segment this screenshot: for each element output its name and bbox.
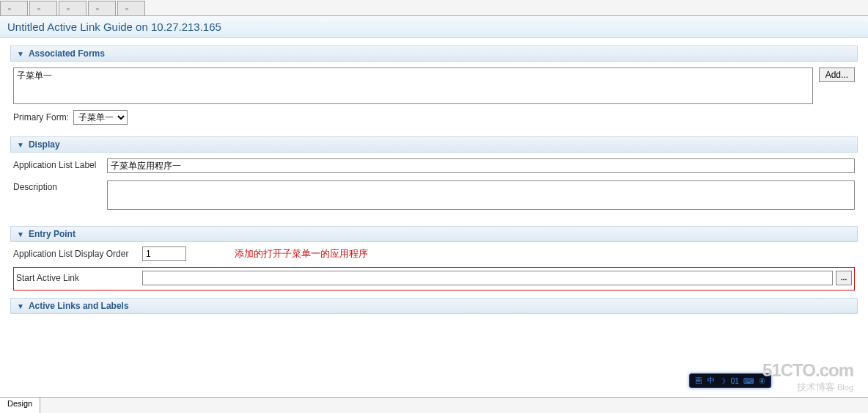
section-entry-point: ▼ Entry Point Application List Display O… xyxy=(10,226,858,295)
section-header-associated-forms[interactable]: ▼ Associated Forms xyxy=(10,45,858,62)
add-form-button[interactable]: Add... xyxy=(819,67,855,82)
tab-icon: ▫ xyxy=(8,4,17,13)
page-title: Untitled Active Link Guide on 10.27.213.… xyxy=(7,21,221,33)
bottom-tab-strip: Design xyxy=(0,397,868,413)
watermark-line2a: 技术博客 xyxy=(797,381,835,392)
section-header-entry-point[interactable]: ▼ Entry Point xyxy=(10,226,858,242)
tab-item[interactable]: ▫ xyxy=(29,1,57,15)
tab-design[interactable]: Design xyxy=(0,398,40,413)
primary-form-select[interactable]: 子菜单一 xyxy=(73,110,128,125)
watermark: 51CTO.com 技术博客 Blog xyxy=(762,360,853,394)
primary-form-label: Primary Form: xyxy=(13,112,69,123)
caret-down-icon: ▼ xyxy=(17,230,24,238)
tab-item[interactable]: ▫ xyxy=(88,1,116,15)
watermark-line1: 51CTO.com xyxy=(762,360,853,381)
tab-icon: ▫ xyxy=(67,4,76,13)
display-order-label: Application List Display Order xyxy=(13,249,138,259)
ime-icon[interactable]: 画 xyxy=(695,376,702,386)
app-list-label-label: Application List Label xyxy=(13,158,103,170)
display-order-input[interactable] xyxy=(142,246,186,261)
section-title: Associated Forms xyxy=(29,48,105,59)
browse-button[interactable]: ... xyxy=(836,271,852,285)
start-active-link-label: Start Active Link xyxy=(16,273,138,283)
section-associated-forms: ▼ Associated Forms 子菜单一 Add... Primary F… xyxy=(10,45,858,134)
watermark-line2b: Blog xyxy=(837,383,853,392)
section-title: Entry Point xyxy=(29,229,76,239)
ime-icon[interactable]: ④ xyxy=(759,377,765,385)
moon-icon[interactable]: ☽ xyxy=(719,377,726,385)
section-display: ▼ Display Application List Label Descrip… xyxy=(10,136,858,223)
section-active-links-labels: ▼ Active Links and Labels xyxy=(10,298,858,314)
content-area: ▼ Associated Forms 子菜单一 Add... Primary F… xyxy=(0,38,868,324)
tab-item[interactable]: ▫ xyxy=(0,1,28,15)
app-list-label-input[interactable] xyxy=(107,158,855,173)
ime-icon[interactable]: 中 xyxy=(707,376,715,386)
associated-forms-list[interactable]: 子菜单一 xyxy=(13,67,813,104)
annotation-text: 添加的打开子菜单一的应用程序 xyxy=(235,247,368,260)
section-title: Display xyxy=(29,139,60,150)
section-title: Active Links and Labels xyxy=(29,301,129,311)
top-tab-strip: ▫ ▫ ▫ ▫ ▫ xyxy=(0,0,868,16)
tab-icon: ▫ xyxy=(96,4,105,13)
tab-item[interactable]: ▫ xyxy=(117,1,145,15)
section-header-active-links[interactable]: ▼ Active Links and Labels xyxy=(10,298,858,314)
description-input[interactable] xyxy=(107,180,855,210)
caret-down-icon: ▼ xyxy=(17,141,24,149)
keyboard-icon[interactable]: ⌨ xyxy=(743,377,754,385)
caret-down-icon: ▼ xyxy=(17,302,24,310)
highlighted-region: Start Active Link ... xyxy=(13,267,855,290)
ime-icon[interactable]: 01 xyxy=(731,377,739,385)
description-label: Description xyxy=(13,180,103,192)
form-list-item[interactable]: 子菜单一 xyxy=(17,70,809,82)
caret-down-icon: ▼ xyxy=(17,50,24,58)
ime-taskbar-widget[interactable]: 画 中 ☽ 01 ⌨ ④ xyxy=(689,373,771,388)
section-header-display[interactable]: ▼ Display xyxy=(10,136,858,153)
tab-item[interactable]: ▫ xyxy=(59,1,87,15)
start-active-link-input[interactable] xyxy=(142,271,833,285)
tab-icon: ▫ xyxy=(37,4,46,13)
title-bar: Untitled Active Link Guide on 10.27.213.… xyxy=(0,16,868,38)
tab-icon: ▫ xyxy=(125,4,134,13)
